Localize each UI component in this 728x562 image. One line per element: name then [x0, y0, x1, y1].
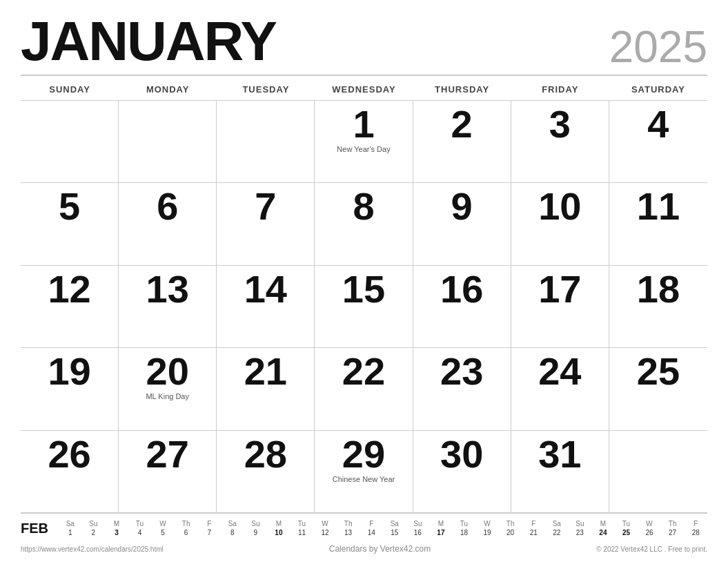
calendar-cell-6: 6 [119, 183, 217, 265]
holiday-label-29: Chinese New Year [322, 475, 405, 483]
calendar-cell-18: 18 [609, 266, 707, 348]
footer-center: Calendars by Vertex42.com [329, 544, 431, 554]
date-number-8: 8 [353, 187, 374, 226]
date-number-9: 9 [451, 187, 473, 226]
date-number-21: 21 [244, 352, 287, 391]
calendar-cell-28: 28 [217, 431, 315, 513]
calendar-grid: 1New Year's Day2345678910111213141516171… [21, 100, 707, 513]
mini-day-name-16: M [429, 519, 453, 528]
mini-day-name-27: F [684, 519, 707, 528]
calendar-cell-2: 2 [413, 101, 511, 183]
day-name-wednesday: WEDNESDAY [315, 81, 413, 97]
mini-month-label: FEB [21, 521, 52, 536]
day-name-thursday: THURSDAY [413, 81, 511, 97]
mini-day-name-22: Su [569, 519, 592, 528]
mini-day-19: 19 [475, 528, 499, 537]
calendar-cell-25: 25 [609, 348, 707, 430]
date-number-11: 11 [637, 187, 680, 226]
mini-day-13: 13 [337, 528, 360, 537]
mini-day-4: 4 [128, 528, 152, 537]
calendar-cell-3: 3 [511, 101, 609, 183]
mini-day-24: 24 [591, 528, 615, 537]
mini-day-12: 12 [313, 528, 337, 537]
mini-day-25: 25 [615, 528, 638, 537]
calendar-cell-19: 19 [21, 348, 119, 430]
calendar-cell-10: 10 [511, 183, 609, 265]
date-number-20: 20 [146, 352, 189, 391]
mini-day-name-9: M [267, 519, 291, 528]
mini-day-name-13: F [360, 519, 383, 528]
mini-day-14: 14 [360, 528, 383, 537]
mini-day-21: 21 [522, 528, 545, 537]
mini-day-name-8: Su [244, 519, 268, 528]
date-number-2: 2 [451, 105, 473, 144]
mini-day-2: 2 [82, 528, 106, 537]
mini-day-name-3: Tu [128, 519, 152, 528]
calendar-cell-13: 13 [119, 266, 217, 348]
calendar-cell-31: 31 [511, 431, 609, 513]
mini-day-name-20: F [522, 519, 545, 528]
day-name-sunday: SUNDAY [21, 81, 119, 97]
calendar-cell-20: 20ML King Day [119, 348, 217, 430]
mini-day-name-23: M [591, 519, 615, 528]
mini-grid: SaSuMTuWThFSaSuMTuWThFSaSuMTuWThFSaSuMTu… [59, 519, 707, 537]
date-number-10: 10 [538, 187, 581, 226]
mini-day-name-14: Sa [383, 519, 406, 528]
mini-day-name-12: Th [337, 519, 360, 528]
month-title: JANUARY [21, 14, 276, 69]
mini-day-28: 28 [684, 528, 707, 537]
mini-day-name-24: Tu [615, 519, 638, 528]
calendar-cell-22: 22 [315, 348, 413, 430]
date-number-22: 22 [342, 352, 385, 391]
date-number-23: 23 [440, 352, 483, 391]
mini-day-15: 15 [383, 528, 406, 537]
holiday-label-1: New Year's Day [322, 145, 405, 153]
calendar-cell-15: 15 [315, 266, 413, 348]
calendar-cell-4: 4 [609, 101, 707, 183]
calendar-cell-27: 27 [119, 431, 217, 513]
mini-day-name-1: Su [82, 519, 106, 528]
mini-day-name-21: Sa [545, 519, 569, 528]
calendar-cell-7: 7 [217, 183, 315, 265]
calendar-cell-30: 30 [413, 431, 511, 513]
day-name-monday: MONDAY [119, 81, 217, 97]
calendar-cell-14: 14 [217, 266, 315, 348]
mini-day-27: 27 [661, 528, 685, 537]
days-header: SUNDAYMONDAYTUESDAYWEDNESDAYTHURSDAYFRID… [21, 79, 707, 100]
date-number-17: 17 [538, 270, 581, 309]
date-number-1: 1 [353, 105, 374, 144]
date-number-15: 15 [342, 270, 385, 309]
mini-day-18: 18 [453, 528, 476, 537]
mini-day-3: 3 [105, 528, 128, 537]
date-number-5: 5 [59, 187, 80, 226]
calendar-cell-24: 24 [511, 348, 609, 430]
mini-day-name-19: Th [499, 519, 522, 528]
calendar-cell-17: 17 [511, 266, 609, 348]
date-number-18: 18 [637, 270, 680, 309]
calendar-cell-16: 16 [413, 266, 511, 348]
day-name-tuesday: TUESDAY [217, 81, 315, 97]
mini-day-6: 6 [175, 528, 198, 537]
mini-calendar-section: FEB SaSuMTuWThFSaSuMTuWThFSaSuMTuWThFSaS… [21, 513, 707, 540]
mini-day-name-6: F [197, 519, 221, 528]
calendar-cell-empty [609, 431, 707, 513]
mini-day-name-2: M [105, 519, 128, 528]
date-number-26: 26 [48, 435, 90, 474]
date-number-24: 24 [538, 352, 581, 391]
calendar-cell-26: 26 [21, 431, 119, 513]
mini-day-name-10: Tu [291, 519, 314, 528]
header-divider [21, 75, 707, 76]
date-number-19: 19 [48, 352, 90, 391]
day-name-saturday: SATURDAY [609, 81, 707, 97]
mini-day-name-5: Th [175, 519, 198, 528]
mini-day-5: 5 [151, 528, 175, 537]
calendar-cell-empty [21, 101, 119, 183]
date-number-27: 27 [146, 435, 189, 474]
calendar-cell-23: 23 [413, 348, 511, 430]
calendar-cell-21: 21 [217, 348, 315, 430]
calendar-cell-11: 11 [609, 183, 707, 265]
calendar-cell-29: 29Chinese New Year [315, 431, 413, 513]
date-number-12: 12 [48, 270, 90, 309]
mini-day-name-15: Su [406, 519, 430, 528]
mini-day-26: 26 [638, 528, 661, 537]
